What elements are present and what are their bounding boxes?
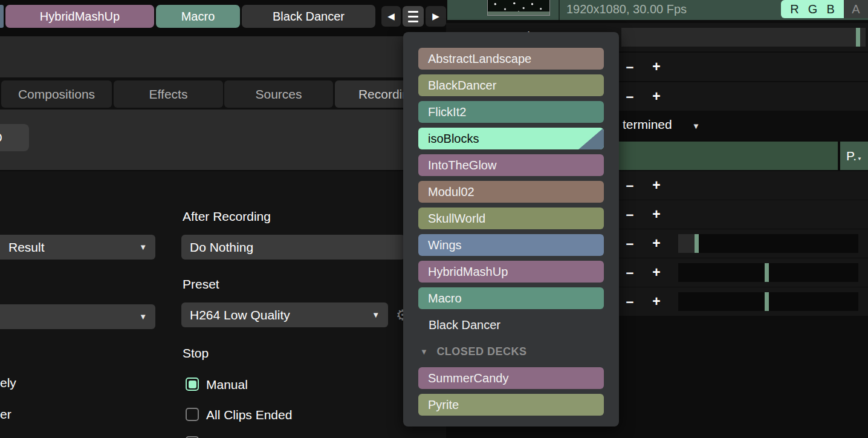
preset-dropdown[interactable]: H264 Low Quality ▼	[181, 302, 388, 327]
slider-track[interactable]	[621, 28, 866, 47]
arrow-right-icon: ▶	[432, 11, 439, 22]
arrow-left-icon: ◀	[387, 11, 395, 22]
manual-label: Manual	[206, 378, 248, 392]
increment-button[interactable]: +	[649, 82, 664, 111]
decrement-button[interactable]: –	[622, 258, 638, 287]
deck-menu-item-modul02[interactable]: Modul02	[418, 181, 604, 203]
increment-button[interactable]: +	[649, 258, 664, 287]
selected-corner-fold	[578, 128, 604, 149]
chevron-down-icon: ▼	[139, 312, 147, 321]
deck-tab-partial[interactable]	[0, 5, 4, 28]
manual-checkbox[interactable]	[186, 378, 199, 391]
deck-menu-item-macro[interactable]: Macro	[418, 287, 604, 309]
result-dropdown[interactable]: Result ▼	[0, 235, 155, 260]
left-blank-dropdown[interactable]: ▼	[0, 304, 155, 329]
preview-header: 1920x1080, 30.00 Fps RGB A	[447, 0, 868, 20]
partial-label-ely: ely	[0, 376, 16, 390]
preview-thumbnail[interactable]	[487, 0, 550, 16]
deck-menu-item-blackdancer[interactable]: BlackDancer	[418, 74, 604, 96]
chevron-down-icon: ▼	[692, 122, 700, 131]
deck-menu-item-flickit2[interactable]: FlickIt2	[418, 101, 604, 123]
slider-handle[interactable]	[856, 28, 860, 47]
p-button[interactable]: P.▼	[840, 142, 868, 170]
deck-menu-item-skullworld[interactable]: SkullWorld	[418, 208, 604, 229]
deck-tab-black-dancer[interactable]: Black Dancer	[242, 5, 375, 28]
increment-button[interactable]: +	[649, 229, 664, 258]
deck-menu-item-summercandy[interactable]: SummerCandy	[418, 367, 604, 389]
tab-sources[interactable]: Sources	[224, 80, 333, 108]
decrement-button[interactable]: –	[622, 53, 638, 81]
decrement-button[interactable]: –	[622, 229, 638, 258]
increment-button[interactable]: +	[649, 171, 664, 200]
after-recording-dropdown[interactable]: Do Nothing	[181, 235, 405, 260]
slider-handle[interactable]	[765, 292, 769, 311]
slider-track[interactable]	[678, 234, 858, 253]
decrement-button[interactable]: –	[622, 171, 638, 200]
app-window: HybridMashUpMacroBlack Dancer ◀ ▶ Compos…	[0, 0, 868, 438]
deck-menu-item-isoblocks[interactable]: isoBlocks	[418, 128, 604, 149]
deck-next-button[interactable]: ▶	[426, 6, 446, 27]
deck-prev-button[interactable]: ◀	[381, 6, 401, 27]
resolution-text: 1920x1080, 30.00 Fps	[566, 2, 687, 16]
deck-menu-item-abstractlandscape[interactable]: AbstractLandscape	[418, 48, 604, 70]
after-recording-label: After Recording	[183, 209, 271, 224]
channel-toggle-b[interactable]: B	[826, 2, 834, 16]
header-divider	[559, 0, 560, 20]
slider-track[interactable]	[678, 263, 858, 282]
deck-tab-hybridmashup[interactable]: HybridMashUp	[5, 5, 154, 28]
deck-tab-macro[interactable]: Macro	[156, 5, 240, 28]
decrement-button[interactable]: –	[622, 200, 638, 229]
slider-handle[interactable]	[695, 234, 699, 253]
increment-button[interactable]: +	[649, 287, 664, 316]
tab-effects[interactable]: Effects	[114, 80, 223, 108]
increment-button[interactable]: +	[649, 200, 664, 229]
stop-label: Stop	[183, 346, 209, 361]
deck-menu-item-black-dancer[interactable]: Black Dancer	[418, 314, 604, 336]
chevron-down-icon: ▼	[372, 310, 380, 319]
tab-compositions[interactable]: Compositions	[1, 80, 112, 108]
chevron-down-icon: ▼	[857, 156, 862, 162]
slider-fill	[678, 234, 695, 253]
decrement-button[interactable]: –	[622, 82, 638, 111]
partial-button[interactable]: D	[0, 124, 29, 151]
preset-label: Preset	[183, 277, 219, 292]
deck-menu-button[interactable]	[403, 6, 424, 27]
deck-menu-item-hybridmashup[interactable]: HybridMashUp	[418, 261, 604, 283]
deck-menu-popup: AbstractLandscapeBlackDancerFlickIt2isoB…	[403, 32, 619, 427]
increment-button[interactable]: +	[649, 53, 664, 81]
hamburger-icon	[408, 11, 418, 13]
browser-subheader-area: D	[0, 109, 447, 170]
blend-mode-dropdown[interactable]: termined	[623, 117, 672, 132]
closed-decks-section-header[interactable]: ▼CLOSED DECKS	[420, 341, 601, 362]
slider-track[interactable]	[678, 292, 858, 311]
partial-label-er: er	[0, 407, 11, 422]
deck-menu-item-intotheglow[interactable]: IntoTheGlow	[418, 154, 604, 176]
channel-toggle-group: RGB A	[781, 0, 868, 18]
deck-menu-item-wings[interactable]: Wings	[418, 234, 604, 256]
channel-toggle-a[interactable]: A	[844, 0, 868, 18]
deck-menu-item-pyrite[interactable]: Pyrite	[418, 394, 604, 416]
triangle-down-icon: ▼	[420, 347, 428, 356]
browser-toolbar-area	[0, 36, 447, 77]
channel-toggle-r[interactable]: R	[790, 2, 798, 16]
slider-handle[interactable]	[765, 263, 769, 282]
chevron-down-icon: ▼	[139, 243, 147, 252]
all-clips-ended-label: All Clips Ended	[206, 408, 292, 422]
rgb-channel-block: RGB	[781, 0, 844, 18]
all-clips-ended-checkbox[interactable]	[186, 408, 199, 421]
channel-toggle-g[interactable]: G	[808, 2, 818, 16]
decrement-button[interactable]: –	[622, 287, 638, 316]
